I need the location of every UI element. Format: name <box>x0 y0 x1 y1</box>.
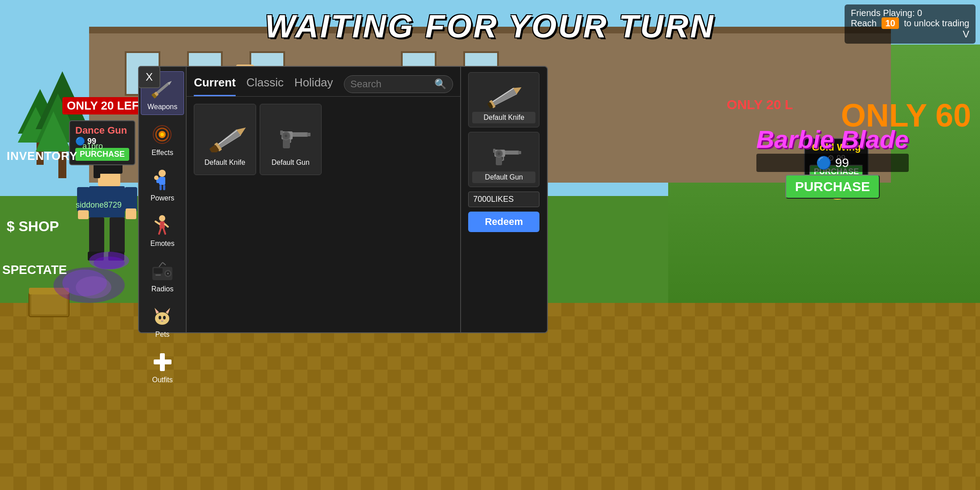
player-name-siddone: siddone8729 <box>76 200 122 210</box>
modal-right-panel: Default Knife <box>460 67 547 332</box>
sidebar-item-radios[interactable]: Radios <box>141 254 184 297</box>
player-name-a1pro: a1pro <box>82 142 103 151</box>
svg-rect-62 <box>518 151 521 154</box>
tab-bar: Current Classic Holiday 🔍 <box>187 67 460 97</box>
svg-point-8 <box>159 170 166 177</box>
svg-rect-25 <box>155 274 161 276</box>
svg-rect-13 <box>163 185 165 190</box>
item-default-knife[interactable]: Default Knife <box>194 104 256 175</box>
outfits-icon <box>149 348 176 375</box>
radios-icon <box>149 257 176 284</box>
svg-rect-9 <box>159 177 165 185</box>
svg-point-61 <box>498 152 500 155</box>
equipped-knife-name: Default Knife <box>472 112 535 123</box>
svg-rect-56 <box>503 151 519 155</box>
svg-line-19 <box>163 229 165 234</box>
svg-line-16 <box>155 221 159 224</box>
modal-sidebar: Weapons Effects <box>139 67 187 332</box>
svg-point-14 <box>159 215 165 221</box>
sidebar-item-effects[interactable]: Effects <box>141 118 184 160</box>
svg-rect-12 <box>159 185 162 190</box>
character-left <box>69 160 149 287</box>
default-knife-label: Default Knife <box>204 159 245 167</box>
sidebar-item-powers[interactable]: Powers <box>141 163 184 206</box>
svg-point-11 <box>154 176 159 180</box>
barbie-blade-sign: Barbie Blade 🔵 99 PURCHASE <box>756 125 909 199</box>
svg-line-18 <box>159 229 161 234</box>
emotes-icon <box>149 212 176 239</box>
svg-point-24 <box>167 273 169 274</box>
modal-main-content: Current Classic Holiday 🔍 <box>187 67 460 332</box>
svg-rect-86 <box>110 217 125 253</box>
svg-rect-82 <box>125 187 137 212</box>
powers-label: Powers <box>151 194 174 202</box>
barbie-blade-price: 🔵 99 <box>756 154 909 172</box>
tab-classic[interactable]: Classic <box>246 72 284 96</box>
default-gun-image <box>268 112 313 157</box>
svg-line-17 <box>165 224 168 227</box>
weapons-label: Weapons <box>147 103 177 111</box>
v-indicator: V <box>851 29 969 40</box>
svg-rect-83 <box>78 210 89 219</box>
item-default-gun[interactable]: Default Gun <box>260 104 322 175</box>
svg-rect-49 <box>307 133 310 136</box>
svg-rect-50 <box>280 131 283 135</box>
equipped-gun-image <box>482 136 526 172</box>
dance-gun-label: Dance Gun <box>75 125 129 136</box>
only-20-left-badge: ONLY 20 LEFT <box>62 97 151 114</box>
barbie-blade-purchase-button[interactable]: PURCHASE <box>785 175 880 199</box>
svg-line-26 <box>159 262 163 267</box>
modal-close-button[interactable]: X <box>138 66 160 88</box>
svg-point-7 <box>160 133 164 136</box>
default-gun-label: Default Gun <box>271 159 309 167</box>
svg-point-28 <box>155 312 169 325</box>
tab-holiday[interactable]: Holiday <box>294 72 333 96</box>
svg-rect-15 <box>159 221 165 229</box>
equipped-gun-name: Default Gun <box>472 172 535 183</box>
barbie-blade-label: Barbie Blade <box>756 125 909 154</box>
svg-rect-63 <box>493 149 495 153</box>
svg-point-33 <box>159 316 161 319</box>
outfits-label: Outfits <box>152 376 172 384</box>
svg-marker-51 <box>491 87 519 107</box>
redeem-button[interactable]: Redeem <box>468 212 539 232</box>
emotes-label: Emotes <box>150 240 174 248</box>
reach-suffix: to unlock trading <box>904 18 969 28</box>
svg-rect-84 <box>126 208 136 219</box>
sidebar-item-emotes[interactable]: Emotes <box>141 208 184 251</box>
default-knife-image <box>203 112 247 157</box>
search-icon: 🔍 <box>434 78 446 90</box>
svg-rect-85 <box>89 217 104 253</box>
svg-rect-21 <box>154 268 163 274</box>
only-20-right-badge: ONLY 20 L <box>727 97 793 112</box>
effects-label: Effects <box>151 149 173 157</box>
tab-current[interactable]: Current <box>194 72 236 96</box>
svg-line-27 <box>163 262 166 265</box>
reach-text: Reach 10 to unlock trading <box>851 18 969 29</box>
equipped-gun-card[interactable]: Default Gun <box>468 132 539 187</box>
search-box: 🔍 <box>344 75 453 93</box>
redeem-code-input[interactable] <box>468 192 539 207</box>
inventory-label: INVENTORY <box>7 149 78 163</box>
sidebar-item-pets[interactable]: Pets <box>141 299 184 342</box>
radios-label: Radios <box>151 285 174 293</box>
pets-icon <box>149 303 176 330</box>
reach-number: 10 <box>882 17 898 29</box>
svg-rect-43 <box>290 132 308 137</box>
friends-playing-text: Friends Playing: 0 <box>851 8 969 18</box>
reach-label: Reach <box>851 18 877 28</box>
inventory-modal: Weapons Effects <box>138 66 548 333</box>
svg-rect-37 <box>154 359 172 364</box>
equipped-knife-image <box>482 76 526 112</box>
powers-icon <box>149 167 176 193</box>
effects-icon <box>149 121 176 148</box>
items-grid: Default Knife <box>187 97 460 332</box>
equipped-knife-card[interactable]: Default Knife <box>468 72 539 127</box>
sidebar-item-outfits[interactable]: Outfits <box>141 345 184 388</box>
waiting-text: WAITING FOR YOUR TURN <box>265 8 715 45</box>
spectate-label: SPECTATE <box>2 263 67 277</box>
search-input[interactable] <box>351 78 431 90</box>
svg-point-90 <box>94 257 125 269</box>
svg-point-48 <box>285 135 287 137</box>
pets-label: Pets <box>155 331 170 339</box>
